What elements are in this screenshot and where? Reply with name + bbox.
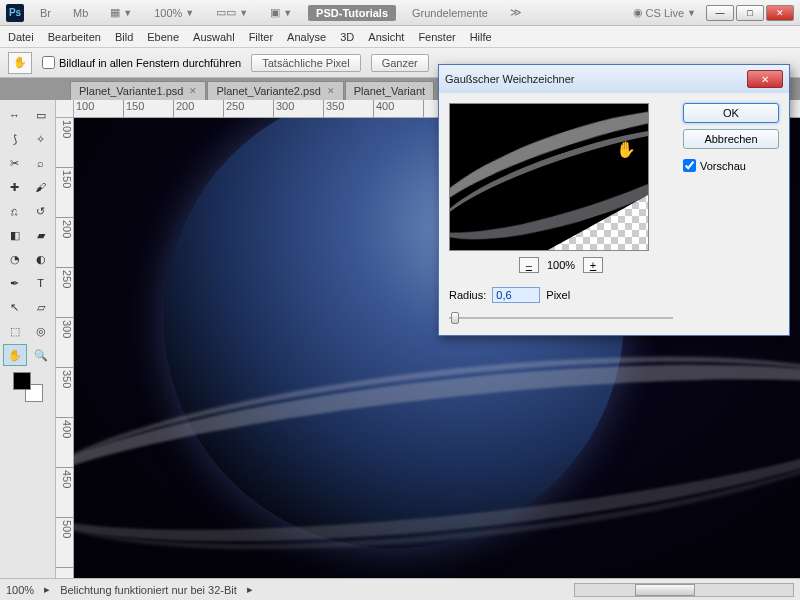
gaussian-blur-dialog: Gaußscher Weichzeichner ✕ ✋ – 100% + Rad… (438, 64, 790, 336)
view-grid-button[interactable]: ▦ ▼ (104, 5, 138, 20)
ruler-corner (56, 100, 74, 118)
eraser-tool-icon[interactable]: ◧ (3, 224, 27, 246)
tab-variante3[interactable]: Planet_Variant (345, 81, 434, 100)
bridge-button[interactable]: Br (34, 6, 57, 20)
path-select-icon[interactable]: ↖ (3, 296, 27, 318)
menu-analyse[interactable]: Analyse (287, 31, 326, 43)
radius-unit: Pixel (546, 289, 570, 301)
window-minimize[interactable]: — (706, 5, 734, 21)
move-tool-icon[interactable]: ↔ (3, 104, 27, 126)
slider-knob[interactable] (451, 312, 459, 324)
app-topbar: Ps Br Mb ▦ ▼ 100% ▼ ▭▭ ▼ ▣ ▼ PSD-Tutoria… (0, 0, 800, 26)
screenmode-button[interactable]: ▣ ▼ (264, 5, 298, 20)
preview-checkbox[interactable]: Vorschau (683, 159, 779, 172)
zoom-in-button[interactable]: + (583, 257, 603, 273)
menu-ansicht[interactable]: Ansicht (368, 31, 404, 43)
status-zoom[interactable]: 100% (6, 584, 34, 596)
menu-bearbeiten[interactable]: Bearbeiten (48, 31, 101, 43)
radius-input[interactable] (492, 287, 540, 303)
stamp-tool-icon[interactable]: ⎌ (3, 200, 27, 222)
gradient-tool-icon[interactable]: ▰ (29, 224, 53, 246)
3dcam-tool-icon[interactable]: ◎ (29, 320, 53, 342)
hand-cursor-icon: ✋ (616, 140, 636, 159)
window-close[interactable]: ✕ (766, 5, 794, 21)
menu-bild[interactable]: Bild (115, 31, 133, 43)
actual-pixels-button[interactable]: Tatsächliche Pixel (251, 54, 360, 72)
more-workspaces[interactable]: ≫ (504, 5, 528, 20)
history-brush-icon[interactable]: ↺ (29, 200, 53, 222)
ok-button[interactable]: OK (683, 103, 779, 123)
zoom-level[interactable]: 100% ▼ (148, 6, 200, 20)
preview-checkbox-label: Vorschau (700, 160, 746, 172)
minibridge-button[interactable]: Mb (67, 6, 94, 20)
preview-checkbox-input[interactable] (683, 159, 696, 172)
color-swatches[interactable] (13, 372, 43, 402)
cslive-button[interactable]: ◉ CS Live ▼ (627, 5, 702, 20)
menubar: Datei Bearbeiten Bild Ebene Auswahl Filt… (0, 26, 800, 48)
marquee-tool-icon[interactable]: ▭ (29, 104, 53, 126)
filter-preview[interactable]: ✋ (449, 103, 649, 251)
hand-tool-icon[interactable]: ✋ (3, 344, 27, 366)
radius-label: Radius: (449, 289, 486, 301)
dialog-title: Gaußscher Weichzeichner (445, 73, 747, 85)
cancel-button[interactable]: Abbrechen (683, 129, 779, 149)
menu-auswahl[interactable]: Auswahl (193, 31, 235, 43)
pen-tool-icon[interactable]: ✒ (3, 272, 27, 294)
menu-hilfe[interactable]: Hilfe (470, 31, 492, 43)
dialog-close-button[interactable]: ✕ (747, 70, 783, 88)
lasso-tool-icon[interactable]: ⟆ (3, 128, 27, 150)
toolbox: ↔ ▭ ⟆ ✧ ✂ ⌕ ✚ 🖌 ⎌ ↺ ◧ ▰ ◔ ◐ ✒ T ↖ ▱ ⬚ ◎ … (0, 100, 56, 578)
foreground-swatch[interactable] (13, 372, 31, 390)
menu-fenster[interactable]: Fenster (418, 31, 455, 43)
scrollbar-thumb[interactable] (635, 584, 695, 596)
close-icon[interactable]: ✕ (189, 86, 197, 96)
window-maximize[interactable]: □ (736, 5, 764, 21)
statusbar: 100% ▸ Belichtung funktioniert nur bei 3… (0, 578, 800, 600)
dodge-tool-icon[interactable]: ◐ (29, 248, 53, 270)
close-icon[interactable]: ✕ (327, 86, 335, 96)
zoom-tool-icon[interactable]: 🔍 (29, 344, 53, 366)
wand-tool-icon[interactable]: ✧ (29, 128, 53, 150)
dialog-titlebar[interactable]: Gaußscher Weichzeichner ✕ (439, 65, 789, 93)
workspace-grundelemente[interactable]: Grundelemente (406, 6, 494, 20)
zoom-out-button[interactable]: – (519, 257, 539, 273)
ruler-vertical: 100150200250300350400450500 (56, 118, 74, 578)
blur-tool-icon[interactable]: ◔ (3, 248, 27, 270)
menu-datei[interactable]: Datei (8, 31, 34, 43)
3d-tool-icon[interactable]: ⬚ (3, 320, 27, 342)
preview-zoom-label: 100% (547, 259, 575, 271)
brush-tool-icon[interactable]: 🖌 (29, 176, 53, 198)
horizontal-scrollbar[interactable] (574, 583, 794, 597)
shape-tool-icon[interactable]: ▱ (29, 296, 53, 318)
scroll-all-label: Bildlauf in allen Fenstern durchführen (59, 57, 241, 69)
tab-variante2[interactable]: Planet_Variante2.psd✕ (207, 81, 343, 100)
type-tool-icon[interactable]: T (29, 272, 53, 294)
radius-slider[interactable] (449, 311, 673, 325)
scroll-all-input[interactable] (42, 56, 55, 69)
ps-logo-icon: Ps (6, 4, 24, 22)
scroll-all-checkbox[interactable]: Bildlauf in allen Fenstern durchführen (42, 56, 241, 69)
heal-tool-icon[interactable]: ✚ (3, 176, 27, 198)
arrange-button[interactable]: ▭▭ ▼ (210, 5, 254, 20)
menu-3d[interactable]: 3D (340, 31, 354, 43)
menu-ebene[interactable]: Ebene (147, 31, 179, 43)
hand-tool-icon[interactable]: ✋ (8, 52, 32, 74)
crop-tool-icon[interactable]: ✂ (3, 152, 27, 174)
eyedropper-tool-icon[interactable]: ⌕ (29, 152, 53, 174)
workspace-psdtutorials[interactable]: PSD-Tutorials (308, 5, 396, 21)
menu-filter[interactable]: Filter (249, 31, 273, 43)
status-message: Belichtung funktioniert nur bei 32-Bit (60, 584, 237, 596)
fit-screen-button[interactable]: Ganzer (371, 54, 429, 72)
tab-variante1[interactable]: Planet_Variante1.psd✕ (70, 81, 206, 100)
